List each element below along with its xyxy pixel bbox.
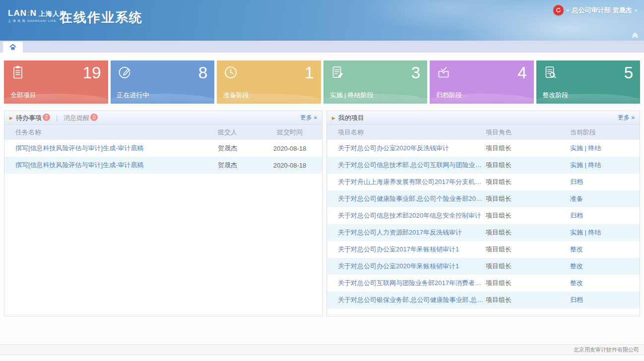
project-table-row[interactable]: 关于对总公司银保业务部.总公司健康险事业部.总公司个险...项目组长归档 bbox=[327, 292, 640, 308]
project-stage: 实施 | 终结 bbox=[570, 224, 640, 241]
stat-card-value: 8 bbox=[198, 63, 207, 82]
todo-submit-date: 2020-08-18 bbox=[258, 157, 322, 174]
stat-card-value: 5 bbox=[624, 63, 633, 82]
todo-table-row[interactable]: 撰写[信息科技风险评估与审计]生成-审计底稿贺晟杰2020-08-18 bbox=[4, 140, 322, 157]
doc-search-icon bbox=[543, 65, 558, 82]
todo-task-name[interactable]: 撰写[信息科技风险评估与审计]生成-审计底稿 bbox=[4, 140, 218, 157]
column-header-project-role: 项目角色 bbox=[486, 125, 570, 140]
project-name[interactable]: 关于对总公司人力资源部2017年反洗钱审计 bbox=[327, 224, 486, 241]
project-role: 项目组长 bbox=[486, 258, 570, 275]
project-role: 项目组长 bbox=[486, 190, 570, 207]
project-role: 项目组长 bbox=[486, 275, 570, 292]
project-name[interactable]: 关于对总公司办公室2017年呆账核销审计1 bbox=[327, 241, 486, 258]
collapse-header-icon[interactable] bbox=[631, 32, 639, 39]
project-name[interactable]: 关于对总公司信息技术部2020年信息安全控制审计 bbox=[327, 207, 486, 224]
user-area: ▾ 总公司审计部 贺晟杰 ▾ bbox=[553, 5, 637, 15]
edit-circle-icon bbox=[117, 65, 132, 82]
arrow-right-icon: ▶ bbox=[9, 116, 13, 120]
projects-table: 项目名称 项目角色 当前阶段 关于对总公司办公室2020年反洗钱审计项目组长实施… bbox=[327, 125, 640, 308]
stat-card-5[interactable]: 4归档阶段 bbox=[430, 60, 534, 104]
stat-card-label: 归档阶段 bbox=[436, 91, 462, 100]
project-role: 项目组长 bbox=[486, 292, 570, 308]
column-header-submit-time: 提交时间 bbox=[258, 125, 322, 140]
stat-card-value: 3 bbox=[411, 63, 420, 82]
tab-message-reminder[interactable]: 消息提醒0 bbox=[64, 114, 98, 122]
todo-panel-header: ▶ 待办事项2 | 消息提醒0 更多 » bbox=[4, 111, 322, 125]
project-stage: 整改 bbox=[570, 275, 640, 292]
project-name[interactable]: 关于对总公司健康险事业部.总公司个险业务部2017年给付... bbox=[327, 190, 486, 207]
project-table-row[interactable]: 关于对总公司信息技术部2020年信息安全控制审计项目组长归档 bbox=[327, 207, 640, 224]
stat-card-1[interactable]: 19全部项目 bbox=[4, 60, 108, 104]
stat-card-label: 全部项目 bbox=[10, 91, 36, 100]
page-title: 在线作业系统 bbox=[60, 9, 143, 26]
project-table-row[interactable]: 关于对总公司办公室2020年反洗钱审计项目组长实施 | 终结 bbox=[327, 140, 640, 157]
todo-table-row[interactable]: 撰写[信息科技风险评估与审计]生成-审计底稿贺晟杰2020-08-18 bbox=[4, 157, 322, 174]
project-table-row[interactable]: 关于对总公司信息技术部.总公司互联网与团险业务部2017...项目组长实施 | … bbox=[327, 157, 640, 174]
column-header-current-stage: 当前阶段 bbox=[570, 125, 640, 140]
stat-card-4[interactable]: 3实施 | 终结阶段 bbox=[323, 60, 428, 104]
project-name[interactable]: 关于对总公司办公室2020年呆账核销审计1 bbox=[327, 258, 486, 275]
user-department-name[interactable]: 总公司审计部 贺晟杰 bbox=[572, 6, 632, 15]
stat-card-6[interactable]: 5整改阶段 bbox=[536, 60, 641, 104]
chevron-down-icon[interactable]: ▾ bbox=[567, 8, 569, 13]
project-name[interactable]: 关于对总公司互联网与团险业务部2017年消费者权益保护... bbox=[327, 275, 486, 292]
footer-company-name: 北京用友审计软件有限公司 bbox=[574, 347, 639, 353]
chevron-down-icon[interactable]: ▾ bbox=[635, 8, 637, 13]
stat-card-label: 正在进行中 bbox=[117, 91, 149, 100]
project-table-row[interactable]: 关于对总公司办公室2017年呆账核销审计1项目组长整改 bbox=[327, 241, 640, 258]
projects-panel: ▶ 我的项目 更多 » 项目名称 项目角色 当前阶段 关于对总公司办公室2020… bbox=[326, 111, 640, 316]
home-icon bbox=[9, 44, 16, 51]
archive-check-icon bbox=[436, 65, 451, 82]
todo-more-link[interactable]: 更多 » bbox=[300, 114, 317, 122]
footer: 北京用友审计软件有限公司 bbox=[0, 344, 644, 355]
todo-task-name[interactable]: 撰写[信息科技风险评估与审计]生成-审计底稿 bbox=[4, 157, 218, 174]
stat-cards-row: 19全部项目8正在进行中1准备阶段3实施 | 终结阶段4归档阶段5整改阶段 bbox=[4, 60, 640, 104]
arrow-right-icon: ▶ bbox=[332, 116, 335, 120]
doc-pen-icon bbox=[330, 65, 345, 82]
tab-bar bbox=[0, 41, 644, 53]
project-stage: 准备 bbox=[570, 190, 640, 207]
stat-card-value: 1 bbox=[305, 63, 314, 82]
app-header: LAN:N上海人寿 上 海 保 险 SHANGHAI LIFE 在线作业系统 ▾… bbox=[0, 0, 644, 41]
company-logo: LAN:N上海人寿 上 海 保 险 SHANGHAI LIFE bbox=[8, 9, 66, 22]
project-stage: 归档 bbox=[570, 292, 640, 308]
project-name[interactable]: 关于对总公司信息技术部.总公司互联网与团险业务部2017... bbox=[327, 157, 486, 174]
project-table-row[interactable]: 关于对舟山上海康养发展有限公司2017年分支机构常规审计项目组长归档 bbox=[327, 174, 640, 190]
tab-todo-items[interactable]: 待办事项2 bbox=[16, 114, 50, 122]
tab-home[interactable] bbox=[3, 42, 23, 53]
refresh-icon[interactable] bbox=[553, 5, 564, 15]
panels-row: ▶ 待办事项2 | 消息提醒0 更多 » 任务名称 提交人 提交时间 撰写[信息… bbox=[4, 111, 640, 316]
column-header-task-name: 任务名称 bbox=[4, 125, 218, 140]
stat-card-label: 整改阶段 bbox=[543, 91, 569, 100]
clipboard-icon bbox=[10, 65, 25, 82]
project-stage: 归档 bbox=[570, 207, 640, 224]
projects-more-link[interactable]: 更多 » bbox=[618, 114, 635, 122]
stat-card-value: 19 bbox=[83, 63, 101, 82]
logo-subtitle: 上 海 保 险 SHANGHAI LIFE bbox=[8, 19, 66, 23]
project-stage: 整改 bbox=[570, 258, 640, 275]
todo-submit-date: 2020-08-18 bbox=[258, 140, 322, 157]
project-table-row[interactable]: 关于对总公司办公室2020年呆账核销审计1项目组长整改 bbox=[327, 258, 640, 275]
clock-icon bbox=[223, 65, 238, 82]
project-table-row[interactable]: 关于对总公司健康险事业部.总公司个险业务部2017年给付...项目组长准备 bbox=[327, 190, 640, 207]
project-name[interactable]: 关于对总公司银保业务部.总公司健康险事业部.总公司个险... bbox=[327, 292, 486, 308]
stat-card-value: 4 bbox=[517, 63, 526, 82]
project-name[interactable]: 关于对舟山上海康养发展有限公司2017年分支机构常规审计 bbox=[327, 174, 486, 190]
project-role: 项目组长 bbox=[486, 140, 570, 157]
stat-card-3[interactable]: 1准备阶段 bbox=[217, 60, 321, 104]
project-table-row[interactable]: 关于对总公司人力资源部2017年反洗钱审计项目组长实施 | 终结 bbox=[327, 224, 640, 241]
stat-card-label: 实施 | 终结阶段 bbox=[330, 91, 374, 100]
project-stage: 归档 bbox=[570, 174, 640, 190]
todo-submitter: 贺晟杰 bbox=[218, 157, 258, 174]
project-role: 项目组长 bbox=[486, 224, 570, 241]
message-count-badge: 0 bbox=[90, 114, 98, 121]
projects-table-header-row: 项目名称 项目角色 当前阶段 bbox=[327, 125, 640, 140]
column-header-submitter: 提交人 bbox=[218, 125, 258, 140]
todo-panel: ▶ 待办事项2 | 消息提醒0 更多 » 任务名称 提交人 提交时间 撰写[信息… bbox=[4, 111, 322, 316]
project-name[interactable]: 关于对总公司办公室2020年反洗钱审计 bbox=[327, 140, 486, 157]
project-table-row[interactable]: 关于对总公司互联网与团险业务部2017年消费者权益保护...项目组长整改 bbox=[327, 275, 640, 292]
project-role: 项目组长 bbox=[486, 207, 570, 224]
project-stage: 整改 bbox=[570, 241, 640, 258]
stat-card-2[interactable]: 8正在进行中 bbox=[111, 60, 215, 104]
project-role: 项目组长 bbox=[486, 157, 570, 174]
